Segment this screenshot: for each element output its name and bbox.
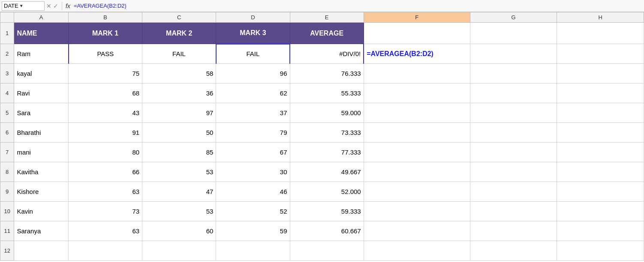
cell-c-3[interactable]: 58 (142, 64, 216, 83)
col-header-g[interactable]: G (470, 12, 557, 23)
cell-a-6[interactable]: Bharathi (14, 123, 69, 143)
cell-e-12[interactable] (290, 241, 364, 261)
cell-f-5[interactable] (364, 103, 470, 123)
cell-a-7[interactable]: mani (14, 143, 69, 162)
cell-h-5[interactable] (557, 103, 644, 123)
cell-f-11[interactable] (364, 221, 470, 241)
cell-e-10[interactable]: 59.333 (290, 202, 364, 221)
cell-h-8[interactable] (557, 162, 644, 182)
cell-b-3[interactable]: 75 (69, 64, 142, 83)
cell-a-3[interactable]: kayal (14, 64, 69, 83)
col-header-a[interactable]: A (14, 12, 69, 23)
cell-b-11[interactable]: 63 (69, 221, 142, 241)
cell-c-6[interactable]: 50 (142, 123, 216, 143)
cell-d-9[interactable]: 46 (216, 182, 290, 202)
cell-b-5[interactable]: 43 (69, 103, 142, 123)
cell-f-3[interactable] (364, 64, 470, 83)
col-header-e[interactable]: E (290, 12, 364, 23)
cell-d-11[interactable]: 59 (216, 221, 290, 241)
cell-a-5[interactable]: Sara (14, 103, 69, 123)
cell-g-3[interactable] (470, 64, 557, 83)
cell-d-2[interactable]: FAIL (216, 44, 290, 64)
cell-e-2[interactable]: #DIV/0! (290, 44, 364, 64)
cell-e-3[interactable]: 76.333 (290, 64, 364, 83)
cell-d-4[interactable]: 62 (216, 83, 290, 103)
cell-h-12[interactable] (557, 241, 644, 261)
cell-a-11[interactable]: Saranya (14, 221, 69, 241)
cell-b-6[interactable]: 91 (69, 123, 142, 143)
cell-f-7[interactable] (364, 143, 470, 162)
cell-g-12[interactable] (470, 241, 557, 261)
name-box-arrow-icon[interactable]: ▼ (19, 3, 24, 8)
header-mark2[interactable]: MARK 2 (142, 23, 216, 44)
cell-d-8[interactable]: 30 (216, 162, 290, 182)
cell-b-4[interactable]: 68 (69, 83, 142, 103)
cell-d-12[interactable] (216, 241, 290, 261)
cell-g-9[interactable] (470, 182, 557, 202)
cell-a-10[interactable]: Kavin (14, 202, 69, 221)
confirm-icon[interactable]: ✓ (53, 3, 58, 9)
col-header-f[interactable]: F (364, 12, 470, 23)
header-name[interactable]: NAME (14, 23, 69, 44)
cell-e-6[interactable]: 73.333 (290, 123, 364, 143)
cell-h-7[interactable] (557, 143, 644, 162)
cell-e-11[interactable]: 60.667 (290, 221, 364, 241)
cell-f-2[interactable]: =AVERAGEA(B2:D2) (364, 44, 470, 64)
cell-f-9[interactable] (364, 182, 470, 202)
cell-h-9[interactable] (557, 182, 644, 202)
col-header-h[interactable]: H (557, 12, 644, 23)
cell-c-8[interactable]: 53 (142, 162, 216, 182)
name-box[interactable]: DATE ▼ (2, 1, 45, 11)
cell-c-12[interactable] (142, 241, 216, 261)
cell-b-8[interactable]: 66 (69, 162, 142, 182)
col-header-b[interactable]: B (69, 12, 142, 23)
cell-g-4[interactable] (470, 83, 557, 103)
cell-c-11[interactable]: 60 (142, 221, 216, 241)
cell-b-9[interactable]: 63 (69, 182, 142, 202)
cell-h-2[interactable] (557, 44, 644, 64)
cell-a-12[interactable] (14, 241, 69, 261)
cell-b-12[interactable] (69, 241, 142, 261)
cell-d-5[interactable]: 37 (216, 103, 290, 123)
cell-c-4[interactable]: 36 (142, 83, 216, 103)
cell-b-2[interactable]: PASS (69, 44, 142, 64)
cell-f-6[interactable] (364, 123, 470, 143)
header-mark3[interactable]: MARK 3 (216, 23, 290, 44)
cell-g-7[interactable] (470, 143, 557, 162)
cell-g-6[interactable] (470, 123, 557, 143)
cell-h-10[interactable] (557, 202, 644, 221)
cell-d-6[interactable]: 79 (216, 123, 290, 143)
cell-f-8[interactable] (364, 162, 470, 182)
cell-e-4[interactable]: 55.333 (290, 83, 364, 103)
header-average[interactable]: AVERAGE (290, 23, 364, 44)
cell-c-10[interactable]: 53 (142, 202, 216, 221)
cell-a-9[interactable]: Kishore (14, 182, 69, 202)
cell-h-4[interactable] (557, 83, 644, 103)
cell-c-5[interactable]: 97 (142, 103, 216, 123)
header-mark1[interactable]: MARK 1 (69, 23, 142, 44)
cell-c-7[interactable]: 85 (142, 143, 216, 162)
cell-a-8[interactable]: Kavitha (14, 162, 69, 182)
cell-g-2[interactable] (470, 44, 557, 64)
cell-e-8[interactable]: 49.667 (290, 162, 364, 182)
cell-a-4[interactable]: Ravi (14, 83, 69, 103)
cell-g-11[interactable] (470, 221, 557, 241)
cell-h-3[interactable] (557, 64, 644, 83)
cell-d-3[interactable]: 96 (216, 64, 290, 83)
formula-input[interactable]: =AVERAGEA(B2:D2) (74, 3, 126, 9)
cell-e-5[interactable]: 59.000 (290, 103, 364, 123)
cell-f-12[interactable] (364, 241, 470, 261)
cancel-icon[interactable]: ✕ (46, 3, 51, 9)
cell-g-5[interactable] (470, 103, 557, 123)
cell-d-10[interactable]: 52 (216, 202, 290, 221)
cell-e-9[interactable]: 52.000 (290, 182, 364, 202)
cell-c-2[interactable]: FAIL (142, 44, 216, 64)
cell-g-8[interactable] (470, 162, 557, 182)
col-header-d[interactable]: D (216, 12, 290, 23)
col-header-c[interactable]: C (142, 12, 216, 23)
cell-h-11[interactable] (557, 221, 644, 241)
cell-a-2[interactable]: Ram (14, 44, 69, 64)
cell-f-4[interactable] (364, 83, 470, 103)
cell-b-10[interactable]: 73 (69, 202, 142, 221)
cell-e-7[interactable]: 77.333 (290, 143, 364, 162)
